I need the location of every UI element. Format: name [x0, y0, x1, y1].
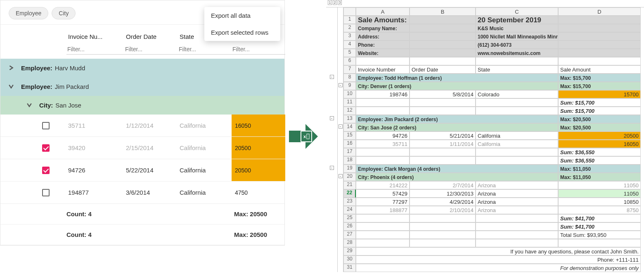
spreadsheet[interactable]: A B C D 1 Sale Amounts: 20 September 201…	[326, 7, 644, 272]
cell[interactable]: 94726	[356, 131, 410, 140]
table-row[interactable]: 35711 1/12/2014 California 16050	[0, 115, 284, 137]
cell[interactable]: Max: $11,050	[558, 173, 641, 181]
col-header-a[interactable]: A	[356, 7, 410, 16]
cell[interactable]: Invoice Number	[356, 65, 410, 74]
cell[interactable]	[558, 16, 641, 24]
cell[interactable]: 11050	[558, 181, 641, 189]
cell[interactable]: 8750	[558, 206, 641, 214]
row-checkbox[interactable]	[42, 189, 50, 196]
cell[interactable]: 214222	[356, 181, 410, 189]
cell[interactable]	[410, 16, 476, 24]
cell[interactable]: Employee: Todd Hoffman (1 orders)	[356, 74, 558, 82]
cell[interactable]: 57429	[356, 189, 410, 198]
row-header[interactable]: 31	[343, 264, 356, 272]
row-header[interactable]: 10	[343, 90, 356, 98]
col-date[interactable]: Order Date	[124, 31, 178, 43]
cell[interactable]: Max: $15,700	[558, 82, 641, 90]
cell[interactable]	[410, 41, 476, 49]
row-header[interactable]: 11	[343, 98, 356, 107]
row-header[interactable]: 25	[343, 214, 356, 222]
menu-export-sel[interactable]: Export selected rows	[204, 24, 280, 41]
cell[interactable]: Arizona	[476, 198, 558, 206]
row-header[interactable]: 7	[343, 65, 356, 74]
row-header[interactable]: 30	[343, 256, 356, 264]
col-header-b[interactable]: B	[410, 7, 476, 16]
cell[interactable]: Sum: $36,550	[558, 156, 641, 165]
cell[interactable]: Sale Amounts:	[356, 16, 410, 24]
cell[interactable]: Arizona	[476, 189, 558, 198]
outline-collapse-icon[interactable]: -	[339, 124, 343, 129]
row-checkbox[interactable]	[42, 144, 50, 152]
row-header[interactable]: 24	[343, 206, 356, 214]
row-header[interactable]: 5	[343, 49, 356, 57]
cell[interactable]: Sum: $15,700	[558, 98, 641, 107]
row-header[interactable]: 4	[343, 41, 356, 49]
cell[interactable]	[558, 49, 641, 57]
chip-city[interactable]: City	[52, 7, 76, 19]
row-header[interactable]: 16	[343, 140, 356, 148]
cell[interactable]: State	[476, 65, 558, 74]
outline-level-3[interactable]: 3	[338, 0, 342, 5]
cell[interactable]: Address:	[356, 32, 410, 41]
cell[interactable]: Sum: $41,700	[558, 214, 641, 222]
cell[interactable]: City: Denver (1 orders)	[356, 82, 558, 90]
cell[interactable]: 4/29/2014	[410, 198, 476, 206]
row-header[interactable]: 28	[343, 239, 356, 247]
cell[interactable]: Total Sum: $93,950	[558, 231, 641, 239]
row-header[interactable]: 26	[343, 222, 356, 231]
cell[interactable]	[558, 41, 641, 49]
cell[interactable]: 11050	[558, 189, 641, 198]
cell[interactable]: 35711	[356, 140, 410, 148]
row-header[interactable]: 17	[343, 148, 356, 156]
row-header[interactable]: 27	[343, 231, 356, 239]
cell[interactable]: Sale Amount	[558, 65, 641, 74]
cell[interactable]: Colorado	[476, 90, 558, 98]
row-checkbox[interactable]	[42, 167, 50, 174]
filter-amount[interactable]	[232, 44, 285, 55]
cell[interactable]: (612) 304-6073	[476, 41, 558, 49]
cell[interactable]	[410, 32, 476, 41]
cell[interactable]: 1000 Nicllet Mall Minneapolis Minnesota	[476, 32, 558, 41]
table-row[interactable]: 39420 2/15/2014 California 20500	[0, 137, 284, 159]
row-header[interactable]: 15	[343, 131, 356, 140]
outline-collapse-icon[interactable]: -	[330, 116, 334, 120]
cell[interactable]: 188877	[356, 206, 410, 214]
row-header[interactable]: 12	[343, 107, 356, 115]
cell[interactable]: K&S Music	[476, 24, 558, 32]
filter-state[interactable]	[178, 44, 232, 55]
row-header[interactable]: 14	[343, 123, 356, 131]
table-row[interactable]: 194877 3/6/2014 California 4750	[0, 181, 284, 204]
cell[interactable]: 15700	[558, 90, 641, 98]
cell[interactable]: 20 September 2019	[476, 16, 558, 24]
outline-collapse-icon[interactable]: -	[330, 75, 334, 79]
row-header[interactable]: 18	[343, 156, 356, 165]
cell[interactable]	[410, 24, 476, 32]
row-header[interactable]: 13	[343, 115, 356, 123]
cell[interactable]: www.nowebsitemusic.com	[476, 49, 558, 57]
cell[interactable]: Order Date	[410, 65, 476, 74]
cell[interactable]: If you have any questions, please contac…	[356, 247, 641, 256]
cell[interactable]: 5/21/2014	[410, 131, 476, 140]
cell[interactable]: Employee: Clark Morgan (4 orders)	[356, 165, 558, 173]
cell[interactable]: Phone:	[356, 41, 410, 49]
cell[interactable]: Sum: $36,550	[558, 148, 641, 156]
cell[interactable]: 12/30/2013	[410, 189, 476, 198]
row-checkbox[interactable]	[42, 122, 50, 129]
cell[interactable]: Sum: $41,700	[558, 222, 641, 231]
cell[interactable]: 20500	[558, 131, 641, 140]
group-row-employee-collapsed[interactable]: Employee: Harv Mudd	[0, 59, 284, 77]
cell[interactable]: 1/11/2014	[410, 140, 476, 148]
row-header[interactable]: 21	[343, 181, 356, 189]
row-header[interactable]: 9	[343, 82, 356, 90]
cell[interactable]: Arizona	[476, 181, 558, 189]
outline-collapse-icon[interactable]: -	[339, 83, 343, 87]
cell[interactable]: 198746	[356, 90, 410, 98]
row-header[interactable]: 22	[343, 189, 356, 198]
cell[interactable]	[558, 24, 641, 32]
row-header[interactable]: 3	[343, 32, 356, 41]
menu-export-all[interactable]: Export all data	[204, 7, 280, 24]
filter-date[interactable]	[124, 44, 178, 55]
cell[interactable]: Employee: Jim Packard (2 orders)	[356, 115, 558, 123]
cell[interactable]: Max: $20,500	[558, 123, 641, 131]
row-header[interactable]: 6	[343, 57, 356, 65]
